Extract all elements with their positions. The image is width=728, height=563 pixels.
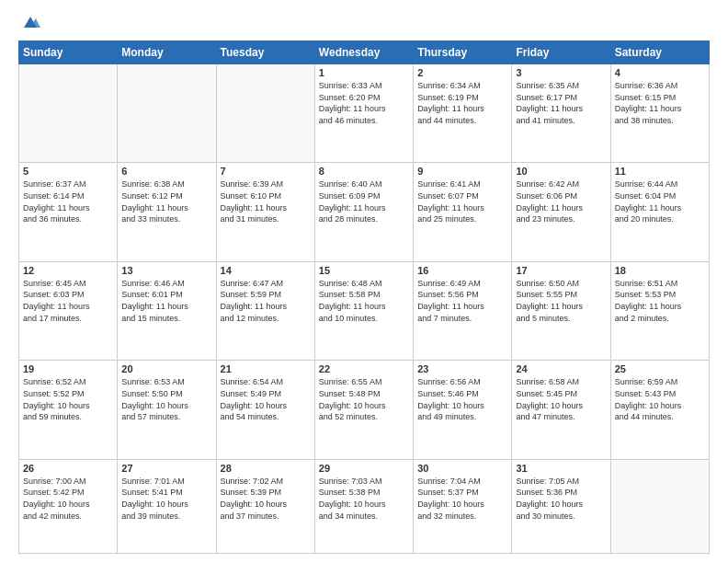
day-number: 31 (516, 463, 606, 474)
day-info: Sunrise: 6:40 AM Sunset: 6:09 PM Dayligh… (319, 178, 409, 224)
calendar-cell: 17Sunrise: 6:50 AM Sunset: 5:55 PM Dayli… (512, 261, 610, 360)
calendar-cell: 27Sunrise: 7:01 AM Sunset: 5:41 PM Dayli… (118, 459, 216, 553)
day-info: Sunrise: 7:05 AM Sunset: 5:36 PM Dayligh… (516, 476, 606, 522)
calendar-cell: 10Sunrise: 6:42 AM Sunset: 6:06 PM Dayli… (512, 163, 610, 261)
day-info: Sunrise: 6:39 AM Sunset: 6:10 PM Dayligh… (221, 178, 311, 224)
calendar-cell: 25Sunrise: 6:59 AM Sunset: 5:43 PM Dayli… (610, 361, 709, 459)
day-number: 12 (23, 265, 113, 276)
calendar-cell: 7Sunrise: 6:39 AM Sunset: 6:10 PM Daylig… (216, 163, 314, 261)
weekday-header-sunday: Sunday (19, 41, 118, 64)
day-info: Sunrise: 6:35 AM Sunset: 6:17 PM Dayligh… (516, 80, 606, 126)
weekday-header-monday: Monday (118, 41, 216, 64)
day-info: Sunrise: 6:36 AM Sunset: 6:15 PM Dayligh… (615, 80, 705, 126)
week-row-4: 19Sunrise: 6:52 AM Sunset: 5:52 PM Dayli… (19, 361, 710, 459)
calendar-cell (19, 64, 118, 163)
day-number: 1 (319, 67, 409, 78)
day-number: 19 (23, 363, 113, 374)
day-info: Sunrise: 6:58 AM Sunset: 5:45 PM Dayligh… (516, 376, 606, 422)
calendar-table: SundayMondayTuesdayWednesdayThursdayFrid… (18, 40, 710, 554)
day-info: Sunrise: 6:34 AM Sunset: 6:19 PM Dayligh… (417, 80, 507, 126)
weekday-header-row: SundayMondayTuesdayWednesdayThursdayFrid… (19, 41, 710, 64)
day-info: Sunrise: 6:52 AM Sunset: 5:52 PM Dayligh… (23, 376, 113, 422)
calendar-cell (118, 64, 216, 163)
day-number: 21 (221, 363, 311, 374)
day-info: Sunrise: 6:50 AM Sunset: 5:55 PM Dayligh… (516, 278, 606, 324)
logo (18, 15, 40, 31)
week-row-5: 26Sunrise: 7:00 AM Sunset: 5:42 PM Dayli… (19, 459, 710, 553)
week-row-3: 12Sunrise: 6:45 AM Sunset: 6:03 PM Dayli… (19, 261, 710, 360)
day-number: 9 (417, 166, 507, 177)
header (18, 15, 710, 31)
day-number: 27 (121, 463, 211, 474)
day-number: 28 (221, 463, 311, 474)
day-info: Sunrise: 6:49 AM Sunset: 5:56 PM Dayligh… (417, 278, 507, 324)
day-number: 17 (516, 265, 606, 276)
day-info: Sunrise: 7:03 AM Sunset: 5:38 PM Dayligh… (319, 476, 409, 522)
calendar-cell: 5Sunrise: 6:37 AM Sunset: 6:14 PM Daylig… (19, 163, 118, 261)
day-number: 23 (417, 363, 507, 374)
day-info: Sunrise: 6:41 AM Sunset: 6:07 PM Dayligh… (417, 178, 507, 224)
calendar-cell: 12Sunrise: 6:45 AM Sunset: 6:03 PM Dayli… (19, 261, 118, 360)
calendar-cell: 19Sunrise: 6:52 AM Sunset: 5:52 PM Dayli… (19, 361, 118, 459)
day-number: 11 (615, 166, 705, 177)
day-info: Sunrise: 6:55 AM Sunset: 5:48 PM Dayligh… (319, 376, 409, 422)
week-row-1: 1Sunrise: 6:33 AM Sunset: 6:20 PM Daylig… (19, 64, 710, 163)
day-number: 10 (516, 166, 606, 177)
day-info: Sunrise: 6:51 AM Sunset: 5:53 PM Dayligh… (615, 278, 705, 324)
day-number: 30 (417, 463, 507, 474)
page: SundayMondayTuesdayWednesdayThursdayFrid… (0, 0, 728, 563)
day-info: Sunrise: 6:45 AM Sunset: 6:03 PM Dayligh… (23, 278, 113, 324)
day-info: Sunrise: 6:48 AM Sunset: 5:58 PM Dayligh… (319, 278, 409, 324)
day-info: Sunrise: 7:01 AM Sunset: 5:41 PM Dayligh… (121, 476, 211, 522)
day-number: 29 (319, 463, 409, 474)
logo-icon (20, 15, 40, 31)
weekday-header-thursday: Thursday (414, 41, 512, 64)
calendar-cell: 23Sunrise: 6:56 AM Sunset: 5:46 PM Dayli… (414, 361, 512, 459)
day-info: Sunrise: 6:56 AM Sunset: 5:46 PM Dayligh… (417, 376, 507, 422)
day-number: 8 (319, 166, 409, 177)
day-number: 16 (417, 265, 507, 276)
day-number: 18 (615, 265, 705, 276)
day-info: Sunrise: 6:37 AM Sunset: 6:14 PM Dayligh… (23, 178, 113, 224)
day-number: 6 (121, 166, 211, 177)
calendar-cell: 29Sunrise: 7:03 AM Sunset: 5:38 PM Dayli… (314, 459, 413, 553)
calendar-cell: 6Sunrise: 6:38 AM Sunset: 6:12 PM Daylig… (118, 163, 216, 261)
calendar-cell: 20Sunrise: 6:53 AM Sunset: 5:50 PM Dayli… (118, 361, 216, 459)
calendar-cell: 28Sunrise: 7:02 AM Sunset: 5:39 PM Dayli… (216, 459, 314, 553)
calendar-cell: 22Sunrise: 6:55 AM Sunset: 5:48 PM Dayli… (314, 361, 413, 459)
calendar-cell: 26Sunrise: 7:00 AM Sunset: 5:42 PM Dayli… (19, 459, 118, 553)
calendar-cell: 15Sunrise: 6:48 AM Sunset: 5:58 PM Dayli… (314, 261, 413, 360)
day-info: Sunrise: 6:59 AM Sunset: 5:43 PM Dayligh… (615, 376, 705, 422)
day-number: 14 (221, 265, 311, 276)
day-info: Sunrise: 7:04 AM Sunset: 5:37 PM Dayligh… (417, 476, 507, 522)
day-info: Sunrise: 6:53 AM Sunset: 5:50 PM Dayligh… (121, 376, 211, 422)
day-number: 13 (121, 265, 211, 276)
day-number: 3 (516, 67, 606, 78)
weekday-header-friday: Friday (512, 41, 610, 64)
calendar-cell: 24Sunrise: 6:58 AM Sunset: 5:45 PM Dayli… (512, 361, 610, 459)
calendar-cell: 30Sunrise: 7:04 AM Sunset: 5:37 PM Dayli… (414, 459, 512, 553)
day-number: 7 (221, 166, 311, 177)
calendar-cell: 4Sunrise: 6:36 AM Sunset: 6:15 PM Daylig… (610, 64, 709, 163)
calendar-cell: 3Sunrise: 6:35 AM Sunset: 6:17 PM Daylig… (512, 64, 610, 163)
calendar-cell: 2Sunrise: 6:34 AM Sunset: 6:19 PM Daylig… (414, 64, 512, 163)
calendar-cell: 16Sunrise: 6:49 AM Sunset: 5:56 PM Dayli… (414, 261, 512, 360)
day-number: 25 (615, 363, 705, 374)
day-info: Sunrise: 7:00 AM Sunset: 5:42 PM Dayligh… (23, 476, 113, 522)
day-info: Sunrise: 6:44 AM Sunset: 6:04 PM Dayligh… (615, 178, 705, 224)
day-number: 5 (23, 166, 113, 177)
calendar-cell: 8Sunrise: 6:40 AM Sunset: 6:09 PM Daylig… (314, 163, 413, 261)
day-number: 22 (319, 363, 409, 374)
calendar-cell (216, 64, 314, 163)
weekday-header-wednesday: Wednesday (314, 41, 413, 64)
calendar-cell: 11Sunrise: 6:44 AM Sunset: 6:04 PM Dayli… (610, 163, 709, 261)
day-info: Sunrise: 6:42 AM Sunset: 6:06 PM Dayligh… (516, 178, 606, 224)
day-number: 20 (121, 363, 211, 374)
weekday-header-tuesday: Tuesday (216, 41, 314, 64)
day-number: 4 (615, 67, 705, 78)
calendar-cell: 14Sunrise: 6:47 AM Sunset: 5:59 PM Dayli… (216, 261, 314, 360)
calendar-cell: 13Sunrise: 6:46 AM Sunset: 6:01 PM Dayli… (118, 261, 216, 360)
day-info: Sunrise: 7:02 AM Sunset: 5:39 PM Dayligh… (221, 476, 311, 522)
day-info: Sunrise: 6:38 AM Sunset: 6:12 PM Dayligh… (121, 178, 211, 224)
day-number: 2 (417, 67, 507, 78)
